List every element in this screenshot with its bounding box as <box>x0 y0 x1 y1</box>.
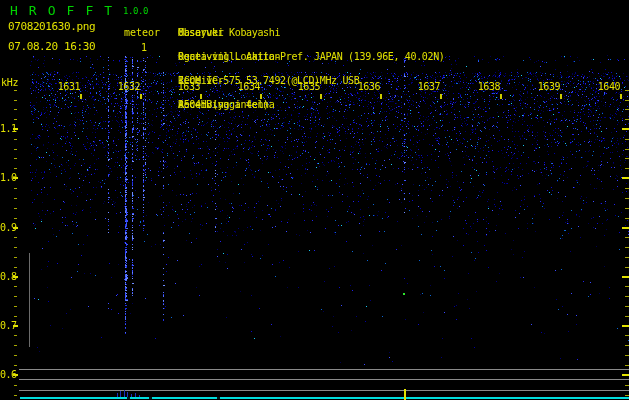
freq-tick-minor-right <box>625 149 629 150</box>
freq-tick-minor-right <box>625 286 629 287</box>
hrofft-window: H R O F F T 1.0.0 0708201630.png meteor … <box>0 0 629 400</box>
freq-tick-minor-left <box>14 385 17 386</box>
minute-tick <box>260 94 262 99</box>
freq-tick-minor-right <box>625 385 629 386</box>
minute-tick <box>140 94 142 99</box>
app-title: H R O F F T <box>10 3 114 18</box>
freq-tick-minor-left <box>14 355 17 356</box>
time-axis-label: 1634 <box>235 81 263 92</box>
freq-tick-minor-right <box>625 306 629 307</box>
freq-tick-major-left <box>13 177 18 179</box>
freq-tick-major-left <box>13 276 18 278</box>
freq-tick-minor-right <box>625 267 629 268</box>
freq-tick-minor-right <box>625 247 629 248</box>
freq-axis-label: 1.1 <box>0 123 13 134</box>
freq-tick-major-right <box>622 128 629 130</box>
freq-tick-minor-right <box>625 355 629 356</box>
minute-tick <box>200 94 202 99</box>
freq-tick-minor-left <box>14 100 17 101</box>
freq-tick-minor-left <box>14 139 17 140</box>
freq-tick-minor-right <box>625 119 629 120</box>
minute-tick <box>560 94 562 99</box>
freq-tick-minor-left <box>14 149 17 150</box>
freq-tick-minor-right <box>625 158 629 159</box>
freq-tick-minor-left <box>14 247 17 248</box>
freq-tick-minor-right <box>625 335 629 336</box>
antenna-value: A504HB(yagi 4el) <box>178 99 269 111</box>
mode-label: meteor <box>124 27 160 38</box>
freq-tick-minor-right <box>625 188 629 189</box>
time-axis-label: 1640 <box>595 81 623 92</box>
freq-tick-minor-left <box>14 198 17 199</box>
freq-tick-minor-left <box>14 188 17 189</box>
freq-tick-minor-right <box>625 316 629 317</box>
freq-tick-major-left <box>13 374 18 376</box>
freq-axis-label: 0.8 <box>0 271 13 282</box>
freq-tick-minor-right <box>625 168 629 169</box>
freq-tick-minor-left <box>14 267 17 268</box>
freq-tick-minor-right <box>625 237 629 238</box>
freq-axis-label: 0.9 <box>0 222 13 233</box>
freq-tick-minor-left <box>14 395 17 396</box>
freq-axis-label: 0.7 <box>0 320 13 331</box>
freq-tick-minor-right <box>625 365 629 366</box>
freq-tick-minor-left <box>14 119 17 120</box>
freq-axis-label: 1.0 <box>0 172 13 183</box>
freq-tick-minor-left <box>14 296 17 297</box>
minute-tick <box>80 94 82 99</box>
freq-tick-minor-left <box>14 345 17 346</box>
freq-tick-minor-left <box>14 109 17 110</box>
freq-tick-minor-right <box>625 208 629 209</box>
filename-label: 0708201630.png <box>8 20 95 33</box>
observer-value: Masayuki Kobayashi <box>178 27 280 39</box>
time-axis-label: 1637 <box>415 81 443 92</box>
freq-tick-minor-left <box>14 316 17 317</box>
freq-tick-minor-left <box>14 335 17 336</box>
freq-tick-minor-right <box>625 100 629 101</box>
location-value: Ogata-vill. Akita-Pref. JAPAN (139.96E, … <box>178 51 445 63</box>
freq-tick-minor-left <box>14 168 17 169</box>
time-axis-label: 1639 <box>535 81 563 92</box>
freq-tick-minor-left <box>14 257 17 258</box>
datetime-label: 07.08.20 16:30 <box>8 40 95 53</box>
freq-tick-major-right <box>622 227 629 229</box>
freq-tick-major-left <box>13 128 18 130</box>
freq-tick-major-left <box>13 325 18 327</box>
freq-tick-major-right <box>622 374 629 376</box>
freq-tick-major-right <box>622 177 629 179</box>
freq-tick-minor-left <box>14 218 17 219</box>
freq-tick-major-left <box>13 227 18 229</box>
freq-tick-minor-left <box>14 208 17 209</box>
freq-axis-label: 0.6 <box>0 369 13 380</box>
station-info-block: Observer: Masayuki Kobayashi Receiving L… <box>178 3 201 123</box>
meteor-count-value: 1 <box>141 42 147 53</box>
freq-tick-minor-right <box>625 257 629 258</box>
freq-tick-minor-left <box>14 237 17 238</box>
time-axis-label: 1632 <box>115 81 143 92</box>
minute-tick <box>320 94 322 99</box>
time-axis-label: 1635 <box>295 81 323 92</box>
minute-tick <box>440 94 442 99</box>
freq-tick-minor-left <box>14 90 17 91</box>
receiver-value: ICOM IC-575 53.7492(@LCD)MHz USB <box>178 75 359 87</box>
time-axis-label: 1638 <box>475 81 503 92</box>
app-version: 1.0.0 <box>123 6 148 16</box>
freq-tick-minor-right <box>625 296 629 297</box>
freq-tick-minor-left <box>14 306 17 307</box>
freq-tick-minor-right <box>625 198 629 199</box>
freq-tick-minor-left <box>14 158 17 159</box>
freq-tick-major-right <box>622 325 629 327</box>
freq-tick-minor-left <box>14 286 17 287</box>
freq-tick-minor-right <box>625 395 629 396</box>
minute-tick <box>620 94 622 99</box>
time-axis-label: 1631 <box>55 81 83 92</box>
freq-axis-unit: kHz <box>1 77 18 88</box>
freq-tick-minor-right <box>625 139 629 140</box>
time-axis-label: 1633 <box>175 81 203 92</box>
freq-tick-minor-right <box>625 345 629 346</box>
minute-tick <box>380 94 382 99</box>
freq-tick-minor-right <box>625 109 629 110</box>
freq-tick-minor-left <box>14 365 17 366</box>
freq-tick-minor-right <box>625 218 629 219</box>
time-axis-label: 1636 <box>355 81 383 92</box>
